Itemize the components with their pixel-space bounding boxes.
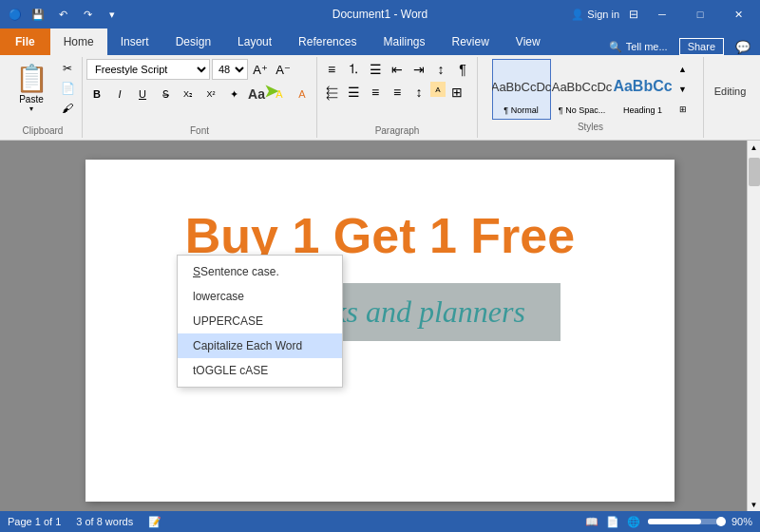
scrollbar[interactable]: ▲ ▼ <box>747 141 760 511</box>
customize-button[interactable]: ▾ <box>103 5 122 24</box>
style-normal-sample: AaBbCcDc <box>492 80 552 94</box>
copy-button[interactable]: 📄 <box>57 79 78 98</box>
view-web-button[interactable]: 🌐 <box>627 516 640 528</box>
show-marks-button[interactable]: ¶ <box>452 59 473 80</box>
change-case-button[interactable]: Aa ➤ <box>246 84 267 104</box>
scroll-down-button[interactable]: ▼ <box>748 498 761 511</box>
title-text: Document1 - Word <box>332 8 428 21</box>
styles-expand[interactable]: ⊞ <box>676 100 690 119</box>
shading-button[interactable]: A <box>430 82 446 97</box>
tab-insert-label: Insert <box>121 35 149 48</box>
tab-layout[interactable]: Layout <box>224 28 285 55</box>
font-row-2: B I U S̶ X₂ X² ✦ Aa ➤ A A <box>86 84 313 104</box>
tab-file[interactable]: File <box>0 28 50 55</box>
clear-formatting-button[interactable]: ✦ <box>223 84 244 104</box>
font-size-select[interactable]: 48 <box>212 59 248 80</box>
borders-button[interactable]: ⊞ <box>446 82 467 103</box>
tell-me-label: Tell me... <box>626 41 668 52</box>
style-normal[interactable]: AaBbCcDc ¶ Normal <box>492 59 551 120</box>
comments-button[interactable]: 💬 <box>735 40 750 54</box>
scroll-thumb[interactable] <box>749 158 760 186</box>
numbering-button[interactable]: ⒈ <box>343 59 364 80</box>
font-family-select[interactable]: Freestyle Script <box>86 59 210 80</box>
tab-insert[interactable]: Insert <box>107 28 162 55</box>
tell-me-input[interactable]: 🔍 Tell me... <box>609 41 668 53</box>
sign-in-label: Sign in <box>587 9 619 20</box>
justify-button[interactable]: ≡ <box>387 82 408 103</box>
minimize-button[interactable]: ─ <box>648 0 676 28</box>
zoom-bar <box>648 519 724 524</box>
underline-button[interactable]: U <box>132 84 153 104</box>
styles-content: AaBbCcDc ¶ Normal AaBbCcDc ¶ No Spac... … <box>492 59 690 120</box>
toggle-case-label: tOGGLE cASE <box>193 364 268 377</box>
style-no-spacing-preview: AaBbCcDc <box>555 67 610 105</box>
editing-label: Editing <box>714 86 747 97</box>
zoom-level[interactable]: 90% <box>732 516 752 527</box>
sentence-case-option[interactable]: SSentence case. <box>178 259 342 284</box>
undo-button[interactable]: ↶ <box>53 5 72 24</box>
paste-button[interactable]: 📋 Paste ▾ <box>8 59 55 120</box>
sort-button[interactable]: ↕ <box>430 59 451 80</box>
align-left-button[interactable]: ⬱ <box>321 82 342 103</box>
toggle-case-option[interactable]: tOGGLE cASE <box>178 358 342 383</box>
restore-window-icon: ⊟ <box>629 8 638 21</box>
paragraph-group-label: Paragraph <box>375 125 420 136</box>
capitalize-each-word-option[interactable]: Capitalize Each Word <box>178 333 342 358</box>
cut-button[interactable]: ✂ <box>57 59 78 78</box>
decrease-indent-button[interactable]: ⇤ <box>387 59 408 80</box>
save-button[interactable]: 💾 <box>28 5 48 24</box>
paragraph-row-1: ≡ ⒈ ☰ ⇤ ⇥ ↕ ¶ <box>321 59 473 80</box>
tab-view[interactable]: View <box>503 28 554 55</box>
bold-button[interactable]: B <box>86 84 107 104</box>
styles-scroll-up[interactable]: ▲ <box>676 60 690 79</box>
uppercase-option[interactable]: UPPERCASE <box>178 309 342 333</box>
increase-indent-button[interactable]: ⇥ <box>408 59 429 80</box>
style-nospace-label: ¶ No Spac... <box>559 105 605 115</box>
strikethrough-button[interactable]: S̶ <box>155 84 176 104</box>
styles-scroll-down[interactable]: ▼ <box>676 80 690 99</box>
superscript-button[interactable]: X² <box>200 84 221 104</box>
style-normal-preview: AaBbCcDc <box>494 67 549 105</box>
bullets-button[interactable]: ≡ <box>321 59 342 80</box>
style-heading1[interactable]: AaBbCc Heading 1 <box>614 59 673 120</box>
share-button[interactable]: Share <box>679 38 724 55</box>
lowercase-option[interactable]: lowercase <box>178 284 342 309</box>
tab-mailings-label: Mailings <box>383 35 425 48</box>
sign-in-button[interactable]: 👤 Sign in <box>571 9 619 21</box>
tab-references[interactable]: References <box>285 28 370 55</box>
paste-icon: 📋 <box>15 66 48 92</box>
tab-review-label: Review <box>451 35 488 48</box>
subscript-button[interactable]: X₂ <box>178 84 199 104</box>
close-button[interactable]: ✕ <box>724 0 752 28</box>
tab-design[interactable]: Design <box>162 28 224 55</box>
maximize-button[interactable]: □ <box>686 0 714 28</box>
align-right-button[interactable]: ≡ <box>365 82 386 103</box>
style-no-spacing[interactable]: AaBbCcDc ¶ No Spac... <box>553 59 612 120</box>
word-count: 3 of 8 words <box>76 516 133 527</box>
decrease-font-size-button[interactable]: A⁻ <box>273 59 294 80</box>
styles-group: AaBbCcDc ¶ Normal AaBbCcDc ¶ No Spac... … <box>478 57 704 138</box>
italic-button[interactable]: I <box>109 84 130 104</box>
view-read-button[interactable]: 📖 <box>585 516 598 528</box>
tab-home[interactable]: Home <box>50 28 107 55</box>
increase-font-size-button[interactable]: A⁺ <box>250 59 271 80</box>
status-right: 📖 📄 🌐 90% <box>585 516 752 528</box>
format-painter-button[interactable]: 🖌 <box>57 99 78 118</box>
tab-review[interactable]: Review <box>438 28 502 55</box>
style-h1-preview: AaBbCc <box>616 67 671 105</box>
multilevel-list-button[interactable]: ☰ <box>365 59 386 80</box>
scroll-track[interactable] <box>748 154 761 498</box>
align-center-button[interactable]: ☰ <box>343 82 364 103</box>
view-print-button[interactable]: 📄 <box>606 516 619 528</box>
redo-button[interactable]: ↷ <box>78 5 97 24</box>
scroll-up-button[interactable]: ▲ <box>748 141 761 154</box>
tab-home-label: Home <box>64 35 94 48</box>
line-spacing-button[interactable]: ↕ <box>408 82 429 103</box>
document-area: ▲ ▼ Buy 1 Get 1 Free notebooks and plann… <box>0 141 760 511</box>
title-bar-right: 👤 Sign in ⊟ ─ □ ✕ <box>571 0 752 28</box>
font-color-button[interactable]: A <box>292 84 313 104</box>
zoom-thumb[interactable] <box>716 517 726 526</box>
tab-mailings[interactable]: Mailings <box>370 28 438 55</box>
proofing-icon[interactable]: 📝 <box>148 516 162 528</box>
editing-content: Editing <box>714 59 747 124</box>
